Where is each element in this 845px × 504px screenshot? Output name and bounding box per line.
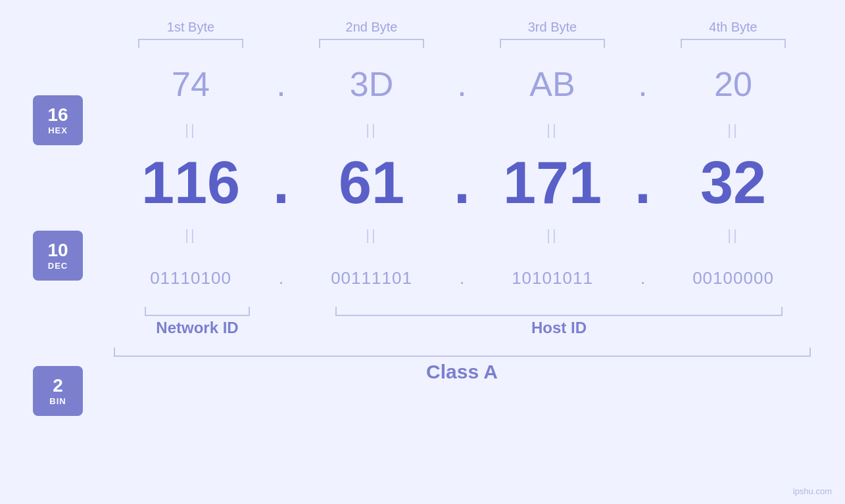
dec-dot-3: . — [630, 153, 656, 212]
byte-bracket-top-3 — [500, 39, 605, 48]
dec-val-2: 61 — [295, 153, 449, 212]
byte-col-2: 2nd Byte — [295, 20, 449, 48]
hex-dot-1: . — [268, 64, 295, 104]
eq-3: || — [475, 122, 630, 139]
dec-dot-2: . — [449, 153, 475, 212]
dec-base-label: DEC — [48, 261, 68, 271]
host-bracket — [335, 307, 783, 316]
eq2-1: || — [114, 227, 268, 244]
main-container: 16 HEX 10 DEC 2 BIN 1st Byte 2nd Byte 3r… — [0, 0, 845, 504]
watermark: ipshu.com — [793, 486, 832, 496]
bin-val-3: 10101011 — [475, 268, 630, 288]
byte-bracket-top-4 — [681, 39, 786, 48]
hex-base-num: 16 — [47, 105, 68, 126]
byte-bracket-top-2 — [319, 39, 424, 48]
hex-badge: 16 HEX — [33, 95, 83, 145]
byte-bracket-top-1 — [138, 39, 243, 48]
hex-val-4: 20 — [656, 64, 811, 104]
byte-label-3: 3rd Byte — [528, 20, 577, 35]
bin-badge: 2 BIN — [33, 366, 83, 416]
dec-dot-1: . — [268, 153, 295, 212]
hex-val-3: AB — [475, 64, 630, 104]
bottom-brackets-row — [114, 307, 811, 316]
net-bracket — [145, 307, 250, 316]
dec-val-4: 32 — [656, 153, 811, 212]
bin-base-num: 2 — [53, 376, 63, 396]
bin-base-label: BIN — [49, 396, 66, 406]
rows-container: 74 . 3D . AB . 20 || || || || 116 . 61 .… — [114, 55, 811, 304]
byte-col-3: 3rd Byte — [475, 20, 630, 48]
class-label: Class A — [114, 361, 811, 383]
class-bracket — [114, 348, 811, 357]
eq-2: || — [295, 122, 449, 139]
eq-row-1: || || || || — [114, 114, 811, 147]
network-id-label: Network ID — [114, 319, 281, 337]
dec-base-num: 10 — [47, 241, 68, 261]
bin-dot-1: . — [268, 268, 295, 288]
dec-row: 116 . 61 . 171 . 32 — [114, 147, 811, 219]
eq-1: || — [114, 122, 268, 139]
byte-col-4: 4th Byte — [656, 20, 811, 48]
byte-labels-row: 1st Byte 2nd Byte 3rd Byte 4th Byte — [114, 20, 811, 48]
eq2-3: || — [475, 227, 630, 244]
dec-val-3: 171 — [475, 153, 630, 212]
hex-val-2: 3D — [295, 64, 449, 104]
hex-row: 74 . 3D . AB . 20 — [114, 55, 811, 114]
net-bracket-area — [114, 307, 281, 316]
eq2-2: || — [295, 227, 449, 244]
host-bracket-area — [308, 307, 811, 316]
eq2-4: || — [656, 227, 811, 244]
class-section: Class A — [114, 348, 811, 383]
byte-label-4: 4th Byte — [709, 20, 757, 35]
bin-val-2: 00111101 — [295, 268, 449, 288]
hex-val-1: 74 — [114, 64, 268, 104]
hex-dot-3: . — [630, 64, 656, 104]
bin-val-1: 01110100 — [114, 268, 268, 288]
byte-col-1: 1st Byte — [114, 20, 268, 48]
hex-dot-2: . — [449, 64, 475, 104]
eq-4: || — [656, 122, 811, 139]
byte-label-2: 2nd Byte — [346, 20, 398, 35]
host-id-label: Host ID — [308, 319, 811, 337]
eq-row-2: || || || || — [114, 219, 811, 252]
hex-base-label: HEX — [48, 126, 68, 135]
base-badges: 16 HEX 10 DEC 2 BIN — [33, 95, 83, 416]
byte-label-1: 1st Byte — [167, 20, 214, 35]
bin-dot-2: . — [449, 268, 475, 288]
bottom-section: Network ID Host ID — [114, 307, 811, 337]
bin-dot-3: . — [630, 268, 656, 288]
bin-val-4: 00100000 — [656, 268, 811, 288]
bin-row: 01110100 . 00111101 . 10101011 . 0010000… — [114, 252, 811, 304]
section-labels-row: Network ID Host ID — [114, 319, 811, 337]
dec-val-1: 116 — [114, 153, 268, 212]
dec-badge: 10 DEC — [33, 231, 83, 281]
